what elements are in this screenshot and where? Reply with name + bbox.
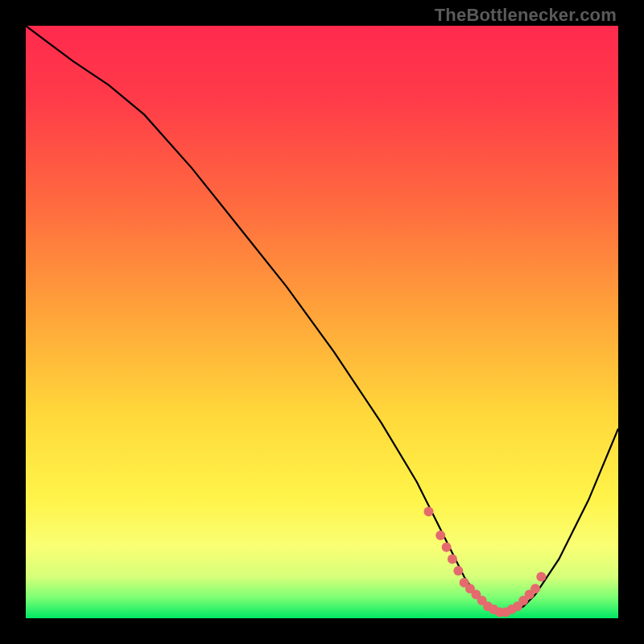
- marker-dot: [453, 566, 463, 576]
- gradient-background: [26, 26, 618, 618]
- chart-plot-area: [26, 26, 618, 618]
- marker-dot: [424, 507, 434, 517]
- marker-dot: [436, 530, 445, 540]
- marker-dot: [536, 572, 546, 582]
- bottleneck-chart: [26, 26, 618, 618]
- marker-dot: [442, 543, 452, 552]
- watermark-text: TheBottlenecker.com: [435, 5, 617, 26]
- marker-dot: [448, 554, 457, 564]
- marker-dot: [530, 584, 540, 593]
